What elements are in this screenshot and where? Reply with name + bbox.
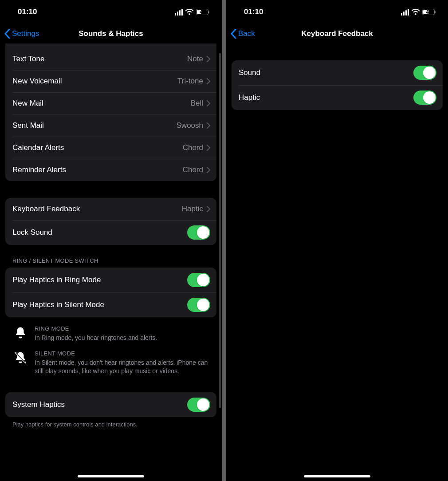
chevron-right-icon bbox=[207, 56, 210, 62]
row-haptics-silent-mode: Play Haptics in Silent Mode bbox=[5, 292, 216, 317]
row-haptic: Haptic bbox=[232, 85, 443, 110]
row-value: Note bbox=[187, 55, 203, 63]
haptics-silent-toggle[interactable] bbox=[187, 298, 210, 312]
info-title: Ring Mode bbox=[35, 325, 209, 332]
row-label: Play Haptics in Silent Mode bbox=[12, 300, 187, 309]
status-indicators: 48 bbox=[401, 9, 435, 16]
row-label: Sent Mail bbox=[12, 121, 177, 130]
row-label: Text Tone bbox=[12, 55, 187, 63]
nav-bar: Back Keyboard Feedback bbox=[226, 24, 448, 43]
info-silent-mode: Silent Mode In Silent mode, you don't he… bbox=[5, 342, 216, 375]
bell-icon bbox=[12, 325, 28, 342]
sound-toggle[interactable] bbox=[413, 66, 436, 80]
scroll-indicator[interactable] bbox=[219, 53, 221, 408]
haptic-toggle[interactable] bbox=[413, 91, 436, 105]
sounds-group: Text Tone Note New Voicemail Tri-tone Ne… bbox=[5, 48, 216, 181]
status-indicators: 48 bbox=[175, 9, 208, 16]
home-indicator[interactable] bbox=[304, 475, 370, 477]
screen-keyboard-feedback: 01:10 48 Back Keyboard Feedback Sound bbox=[226, 0, 448, 481]
chevron-right-icon bbox=[207, 100, 210, 106]
nav-back-button[interactable]: Back bbox=[231, 29, 255, 39]
chevron-right-icon bbox=[207, 206, 210, 212]
content-area[interactable]: Text Tone Note New Voicemail Tri-tone Ne… bbox=[0, 43, 222, 429]
row-system-haptics: System Haptics bbox=[5, 392, 216, 417]
chevron-left-icon bbox=[4, 29, 10, 39]
row-new-voicemail[interactable]: New Voicemail Tri-tone bbox=[5, 70, 216, 92]
keyboard-lock-group: Keyboard Feedback Haptic Lock Sound bbox=[5, 198, 216, 245]
keyboard-feedback-group: Sound Haptic bbox=[232, 60, 443, 110]
footer-text-system-haptics: Play haptics for system controls and int… bbox=[5, 417, 216, 429]
chevron-left-icon bbox=[231, 29, 236, 39]
status-time: 01:10 bbox=[18, 8, 37, 16]
cellular-signal-icon bbox=[401, 9, 409, 16]
row-value: Swoosh bbox=[177, 121, 203, 130]
cellular-signal-icon bbox=[175, 9, 183, 16]
info-desc: In Silent mode, you don't hear ringtones… bbox=[35, 359, 209, 375]
info-title: Silent Mode bbox=[35, 350, 209, 357]
row-label: Reminder Alerts bbox=[12, 166, 183, 174]
info-ring-mode: Ring Mode In Ring mode, you hear rington… bbox=[5, 317, 216, 342]
wifi-icon bbox=[185, 9, 193, 15]
info-desc: In Ring mode, you hear ringtones and ale… bbox=[35, 334, 209, 342]
nav-back-button[interactable]: Settings bbox=[4, 29, 39, 39]
row-keyboard-feedback[interactable]: Keyboard Feedback Haptic bbox=[5, 198, 216, 220]
nav-bar: Settings Sounds & Haptics bbox=[0, 24, 222, 43]
chevron-right-icon bbox=[207, 78, 210, 84]
battery-icon: 48 bbox=[196, 9, 208, 15]
row-reminder-alerts[interactable]: Reminder Alerts Chord bbox=[5, 159, 216, 181]
chevron-right-icon bbox=[207, 167, 210, 173]
status-bar: 01:10 48 bbox=[0, 0, 222, 24]
battery-icon: 48 bbox=[422, 9, 435, 15]
row-value: Chord bbox=[183, 143, 203, 152]
section-header-ring-silent: Ring / Silent Mode Switch bbox=[5, 245, 216, 268]
row-value: Tri-tone bbox=[177, 77, 203, 86]
nav-back-label: Back bbox=[238, 29, 255, 38]
wifi-icon bbox=[412, 9, 420, 15]
home-indicator[interactable] bbox=[78, 475, 144, 477]
row-value: Bell bbox=[191, 99, 203, 108]
lock-sound-toggle[interactable] bbox=[187, 225, 210, 240]
bell-slash-icon bbox=[12, 350, 28, 375]
row-calendar-alerts[interactable]: Calendar Alerts Chord bbox=[5, 137, 216, 159]
row-label: Haptic bbox=[239, 93, 413, 102]
status-time: 01:10 bbox=[244, 8, 263, 16]
row-label: New Mail bbox=[12, 99, 191, 108]
row-value: Chord bbox=[183, 166, 203, 174]
row-label: Play Haptics in Ring Mode bbox=[12, 276, 187, 284]
content-area[interactable]: Sound Haptic bbox=[226, 60, 448, 110]
nav-back-label: Settings bbox=[12, 29, 39, 38]
row-label: Keyboard Feedback bbox=[12, 205, 182, 213]
screen-sounds-haptics: 01:10 48 Settings Sounds & Haptics Text … bbox=[0, 0, 222, 481]
status-bar: 01:10 48 bbox=[226, 0, 448, 24]
system-haptics-toggle[interactable] bbox=[187, 398, 210, 412]
chevron-right-icon bbox=[207, 145, 210, 151]
row-label: Calendar Alerts bbox=[12, 143, 183, 152]
row-sent-mail[interactable]: Sent Mail Swoosh bbox=[5, 114, 216, 137]
ring-silent-group: Play Haptics in Ring Mode Play Haptics i… bbox=[5, 268, 216, 317]
system-haptics-group: System Haptics bbox=[5, 392, 216, 417]
row-sound: Sound bbox=[232, 60, 443, 85]
haptics-ring-toggle[interactable] bbox=[187, 273, 210, 287]
row-label: Sound bbox=[239, 68, 413, 77]
row-lock-sound: Lock Sound bbox=[5, 220, 216, 245]
row-label: Lock Sound bbox=[12, 228, 187, 237]
chevron-right-icon bbox=[207, 122, 210, 129]
nav-title: Keyboard Feedback bbox=[226, 29, 448, 38]
row-label: New Voicemail bbox=[12, 77, 177, 86]
row-new-mail[interactable]: New Mail Bell bbox=[5, 92, 216, 114]
row-text-tone[interactable]: Text Tone Note bbox=[5, 48, 216, 70]
row-haptics-ring-mode: Play Haptics in Ring Mode bbox=[5, 268, 216, 292]
row-value: Haptic bbox=[182, 205, 203, 213]
row-label: System Haptics bbox=[12, 400, 187, 409]
